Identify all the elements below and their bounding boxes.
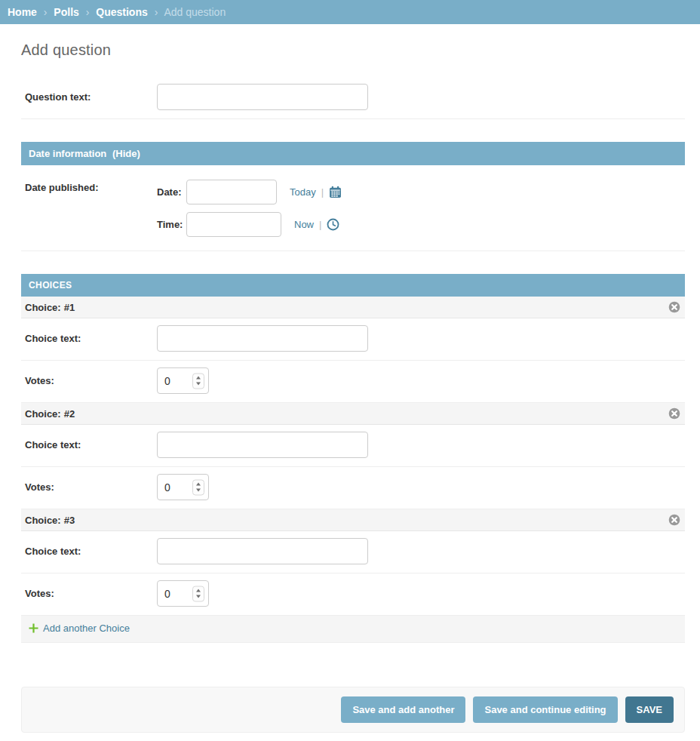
choice-1-title: Choice:#1 [25, 302, 75, 313]
choice-1-text-input[interactable] [157, 325, 368, 352]
votes-label: Votes: [25, 474, 157, 493]
plus-icon [29, 623, 38, 633]
votes-field [157, 367, 209, 394]
time-shortcuts: Now | [294, 218, 339, 231]
stepper-up-icon[interactable] [196, 589, 201, 592]
choices-header: CHOICES [21, 274, 685, 297]
date-sub-label: Date: [157, 186, 186, 198]
collapse-toggle-link[interactable]: (Hide) [112, 148, 140, 159]
delete-choice-icon[interactable] [668, 301, 680, 313]
choice-inline-item: Choice:#2 Choice text: Votes: [21, 403, 685, 509]
breadcrumb-current: Add question [164, 6, 226, 18]
breadcrumb-questions[interactable]: Questions [96, 6, 147, 18]
choice-3-title: Choice:#3 [25, 515, 75, 526]
breadcrumb-separator: › [44, 6, 48, 18]
delete-choice-icon[interactable] [668, 407, 680, 420]
votes-label: Votes: [25, 580, 157, 599]
submit-row: Save and add another Save and continue e… [21, 687, 685, 733]
choice-title-prefix: Choice: [25, 302, 61, 313]
calendar-icon-glyph [329, 186, 342, 198]
stepper-up-icon[interactable] [196, 377, 201, 380]
choice-title-number: #3 [64, 515, 75, 526]
choice-text-label: Choice text: [25, 325, 157, 344]
date-information-module: Date information (Hide) Date published: … [21, 142, 685, 251]
question-text-row: Question text: [21, 77, 685, 119]
date-information-header: Date information (Hide) [21, 142, 685, 165]
date-shortcuts: Today | [290, 186, 342, 198]
votes-label: Votes: [25, 367, 157, 386]
choice-3-text-input[interactable] [157, 538, 368, 564]
choice-2-header: Choice:#2 [21, 403, 685, 425]
now-link[interactable]: Now [294, 219, 314, 230]
stepper-up-icon[interactable] [196, 483, 201, 486]
add-row: Add another Choice [21, 616, 685, 643]
votes-row: Votes: [21, 361, 685, 403]
choice-title-number: #2 [64, 408, 75, 420]
delete-choice-icon[interactable] [668, 514, 680, 526]
question-text-label: Question text: [25, 84, 157, 103]
choice-inline-item: Choice:#1 Choice text: Votes: [21, 297, 685, 403]
shortcut-separator: | [319, 219, 321, 230]
breadcrumb-separator: › [86, 6, 90, 18]
breadcrumb-home[interactable]: Home [8, 6, 37, 18]
time-sub-label: Time: [157, 219, 186, 230]
add-another-choice-label: Add another Choice [43, 623, 130, 634]
breadcrumb: Home › Polls › Questions › Add question [0, 0, 700, 24]
time-line: Time: Now | [157, 212, 342, 237]
date-published-row: Date published: Date: Today | [21, 165, 685, 251]
votes-field [157, 580, 209, 607]
date-published-label: Date published: [25, 176, 157, 193]
choice-text-row: Choice text: [21, 425, 685, 467]
date-information-title: Date information [29, 148, 106, 159]
calendar-icon[interactable] [329, 186, 342, 198]
stepper-down-icon[interactable] [196, 595, 201, 598]
choice-text-row: Choice text: [21, 531, 685, 573]
clock-icon[interactable] [327, 218, 339, 231]
choice-2-text-input[interactable] [157, 432, 368, 458]
date-input[interactable] [186, 180, 277, 204]
breadcrumb-polls[interactable]: Polls [54, 6, 78, 18]
votes-field [157, 474, 209, 500]
circle-x-glyph [668, 301, 680, 313]
votes-stepper [192, 479, 204, 495]
votes-row: Votes: [21, 467, 685, 509]
clock-icon-glyph [327, 218, 339, 231]
question-module: Question text: [21, 77, 685, 119]
shortcut-separator: | [321, 186, 324, 198]
choice-text-label: Choice text: [25, 538, 157, 557]
question-text-input[interactable] [157, 84, 368, 110]
stepper-down-icon[interactable] [196, 383, 201, 386]
circle-x-glyph [668, 514, 680, 526]
choice-text-label: Choice text: [25, 432, 157, 450]
save-and-continue-button[interactable]: Save and continue editing [473, 696, 617, 723]
choice-3-header: Choice:#3 [21, 509, 685, 531]
stepper-down-icon[interactable] [196, 489, 201, 492]
page-title: Add question [21, 42, 685, 59]
time-input[interactable] [186, 212, 281, 237]
votes-stepper [192, 586, 204, 601]
choice-title-prefix: Choice: [25, 408, 61, 420]
choice-text-row: Choice text: [21, 318, 685, 361]
content-area: Add question Question text: Date informa… [0, 24, 700, 733]
votes-stepper [192, 373, 204, 389]
breadcrumb-separator: › [155, 6, 158, 18]
date-line: Date: Today | [157, 180, 342, 204]
save-and-add-another-button[interactable]: Save and add another [341, 696, 465, 723]
choice-title-prefix: Choice: [25, 515, 61, 526]
circle-x-glyph [668, 407, 680, 420]
choice-1-header: Choice:#1 [21, 297, 685, 318]
choice-2-title: Choice:#2 [25, 408, 75, 420]
save-button[interactable]: SAVE [625, 696, 674, 723]
votes-row: Votes: [21, 573, 685, 616]
choice-inline-item: Choice:#3 Choice text: Votes: [21, 509, 685, 616]
today-link[interactable]: Today [290, 186, 316, 198]
choices-module: CHOICES Choice:#1 Choice text: Vote [21, 274, 685, 643]
choice-title-number: #1 [64, 302, 75, 313]
add-another-choice-link[interactable]: Add another Choice [29, 623, 130, 634]
datetime-block: Date: Today | [157, 176, 342, 237]
